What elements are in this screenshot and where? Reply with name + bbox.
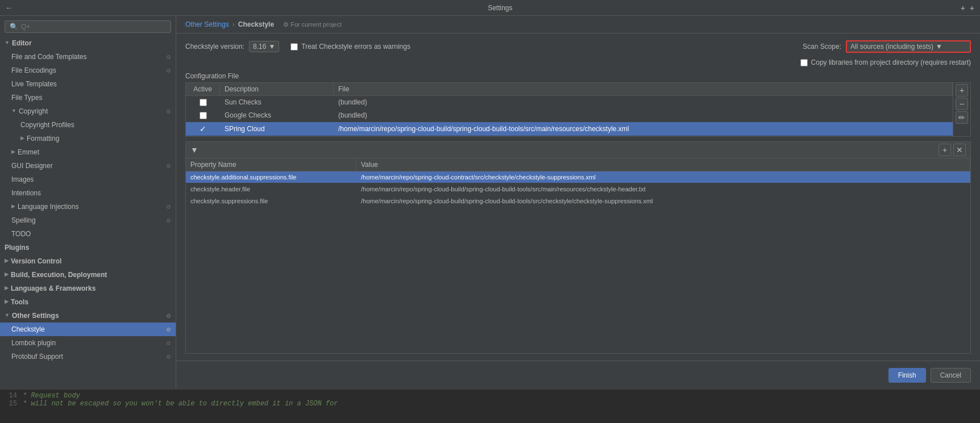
bottom-bar: Finish Cancel [176,361,980,389]
sidebar-item-todo[interactable]: TODO [0,227,176,241]
sidebar-item-label: Checkstyle [11,324,45,334]
prop-td-name-header: checkstyle.header.file [186,183,356,195]
title-bar: ← Settings + + [0,0,980,16]
sidebar-item-language-injections[interactable]: ▶ Language Injections ⚙ [0,200,176,213]
sidebar-item-build-execution[interactable]: ▶ Build, Execution, Deployment [0,268,176,282]
search-icon: 🔍 [10,23,18,31]
breadcrumb-parent[interactable]: Other Settings [185,20,229,28]
sidebar-item-languages-frameworks[interactable]: ▶ Languages & Frameworks [0,282,176,295]
code-line-15: 15 * will not be escaped so you won't be… [6,400,974,408]
gear-icon: ⚙ [166,203,171,211]
gear-icon: ⚙ [166,162,171,170]
top-row: Checkstyle version: 8.16 ▼ Treat Checkst… [185,40,971,53]
project-scope-icon: ⚙ [283,21,289,28]
th-file: File [334,83,953,95]
sidebar-item-protobuf[interactable]: Protobuf Support ⚙ [0,350,176,363]
treat-errors-row: Treat Checkstyle errors as warnings [290,43,410,51]
sidebar-item-tools[interactable]: ▶ Tools [0,295,176,309]
sidebar-item-intentions[interactable]: Intentions [0,186,176,200]
scan-scope-value: All sources (including tests) [850,43,933,51]
td-desc-spring: SPring Cloud [220,123,334,135]
search-box[interactable]: 🔍 [5,20,171,33]
treat-errors-checkbox[interactable] [290,43,298,51]
sidebar-item-version-control[interactable]: ▶ Version Control [0,254,176,268]
td-file-spring: /home/marcin/repo/spring-cloud-build/spr… [334,123,953,135]
sidebar-item-copyright-profiles[interactable]: Copyright Profiles [0,118,176,132]
breadcrumb: Other Settings › Checkstyle ⚙ For curren… [176,16,980,33]
add-config-button[interactable]: + [956,84,968,97]
sidebar-item-other-settings[interactable]: ▼ Other Settings ⚙ [0,309,176,323]
sidebar-item-checkstyle[interactable]: Checkstyle ⚙ [0,323,176,336]
sidebar-item-file-encodings[interactable]: File Encodings ⚙ [0,64,176,77]
sidebar-item-label: Live Templates [11,79,57,89]
expand-arrow-build: ▶ [5,271,9,279]
sidebar-item-gui-designer[interactable]: GUI Designer ⚙ [0,159,176,173]
config-row-spring[interactable]: ✓ SPring Cloud /home/marcin/repo/spring-… [186,122,953,136]
gear-icon: ⚙ [166,216,171,225]
properties-panel: ▼ + ✕ Property Name Value [185,141,971,354]
sidebar-item-live-templates[interactable]: Live Templates [0,77,176,91]
th-description: Description [220,83,334,95]
sidebar-item-label: Copyright [19,106,48,116]
expand-arrow-tools: ▶ [5,298,9,306]
version-select[interactable]: 8.16 ▼ [249,41,279,52]
prop-table-header: Property Name Value [186,158,970,171]
config-row-sun[interactable]: Sun Checks (bundled) [186,96,953,109]
remove-config-button[interactable]: − [956,98,968,110]
finish-button[interactable]: Finish [888,368,926,383]
window-title: Settings [40,4,961,12]
line-text-15: * will not be escaped so you won't be ab… [23,400,338,408]
prop-row-suppressions2[interactable]: checkstyle.suppressions.file /home/marci… [186,195,970,207]
cancel-button[interactable]: Cancel [931,368,971,383]
sidebar-item-lombok[interactable]: Lombok plugin ⚙ [0,336,176,350]
active-checkbox-google[interactable] [200,112,207,119]
add-property-button[interactable]: + [939,144,951,156]
sidebar-item-label: Version Control [11,256,61,266]
scan-scope-arrow-icon: ▼ [936,43,942,51]
expand-arrow-vc: ▶ [5,257,9,265]
sidebar-item-images[interactable]: Images [0,173,176,186]
search-input[interactable] [21,23,166,31]
sidebar-item-file-types[interactable]: File Types [0,91,176,104]
edit-config-button[interactable]: ✏ [956,111,968,124]
scan-scope-select[interactable]: All sources (including tests) ▼ [846,40,971,53]
td-active-sun[interactable] [186,97,220,108]
code-preview: 14 * Request body 15 * will not be escap… [0,389,980,423]
title-bar-back[interactable]: ← [6,4,13,12]
sidebar-item-editor[interactable]: ▼ Editor [0,36,176,50]
copy-libraries-label: Copy libraries from project directory (r… [811,58,971,66]
check-icon-spring: ✓ [200,124,206,133]
td-active-google[interactable] [186,110,220,122]
config-table: Active Description File Sun Checks (bu [186,83,953,136]
sidebar-item-label: Editor [12,38,32,48]
td-active-spring[interactable]: ✓ [186,122,220,136]
close-properties-button[interactable]: ✕ [953,144,966,156]
gear-icon: ⚙ [166,325,171,334]
prop-td-value-suppressions: /home/marcin/repo/spring-cloud-contract/… [356,171,970,183]
config-row-google[interactable]: Google Checks (bundled) [186,109,953,122]
sidebar-item-spelling[interactable]: Spelling ⚙ [0,213,176,227]
prop-row-header[interactable]: checkstyle.header.file /home/marcin/repo… [186,183,970,195]
sidebar-item-label: Lombok plugin [11,338,56,348]
expand-arrow-language-injections: ▶ [11,203,15,211]
config-file-label: Configuration File [185,72,971,80]
sidebar-item-plugins[interactable]: Plugins [0,241,176,254]
sidebar-item-formatting[interactable]: ▶ Formatting [0,132,176,145]
active-checkbox-sun[interactable] [200,99,207,106]
maximize-button[interactable]: + [970,3,974,12]
sidebar-item-label: Protobuf Support [11,351,63,362]
prop-td-name-suppressions2: checkstyle.suppressions.file [186,195,356,207]
expand-arrow-copyright: ▼ [11,107,16,115]
properties-header-left: ▼ [190,145,198,154]
minimize-button[interactable]: + [961,3,965,12]
sidebar-item-file-code-templates[interactable]: File and Code Templates ⚙ [0,50,176,64]
settings-window: ← Settings + + 🔍 ▼ Editor File and Code … [0,0,980,423]
copy-libraries-checkbox[interactable] [800,59,808,66]
prop-row-suppressions[interactable]: checkstyle.additional.suppressions.file … [186,171,970,183]
collapse-properties-button[interactable]: ▼ [190,145,198,154]
sidebar-item-label: File and Code Templates [11,52,87,62]
sidebar-item-label: Spelling [11,215,36,225]
gear-icon: ⚙ [166,339,171,347]
sidebar-item-copyright[interactable]: ▼ Copyright ⚙ [0,104,176,118]
sidebar-item-emmet[interactable]: ▶ Emmet [0,145,176,159]
